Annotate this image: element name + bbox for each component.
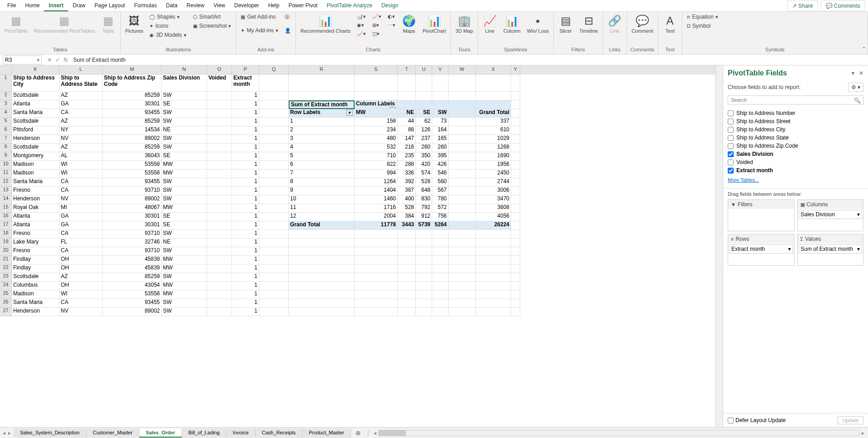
cell[interactable] xyxy=(511,230,520,239)
cell[interactable]: 89002 xyxy=(103,308,162,316)
cell[interactable] xyxy=(259,92,289,100)
cell[interactable]: 126 xyxy=(416,126,432,135)
cell[interactable]: 44 xyxy=(398,118,416,126)
cell[interactable] xyxy=(476,299,511,308)
rows-area[interactable]: ≡ Rows Extract month▾ xyxy=(728,234,794,266)
cell[interactable]: 93710 xyxy=(103,187,162,195)
cell[interactable] xyxy=(449,308,476,316)
cell[interactable]: Columbus xyxy=(12,282,59,290)
cell[interactable]: 610 xyxy=(476,126,511,135)
cell[interactable] xyxy=(511,239,520,247)
cell[interactable]: SW xyxy=(162,92,207,100)
cell[interactable]: CA xyxy=(59,230,103,239)
cell[interactable]: SE xyxy=(162,213,207,221)
cell[interactable]: Findlay xyxy=(12,264,59,273)
cell[interactable] xyxy=(207,135,232,144)
cell[interactable]: SE xyxy=(162,100,207,109)
cell[interactable] xyxy=(289,299,355,308)
cell[interactable] xyxy=(449,118,476,126)
cell[interactable] xyxy=(511,144,520,152)
cell[interactable]: Madison xyxy=(12,161,59,169)
menu-tab-home[interactable]: Home xyxy=(20,0,44,11)
cell[interactable]: 395 xyxy=(432,152,449,161)
task-pane-close-icon[interactable]: ✕ xyxy=(859,70,863,76)
cell[interactable]: GA xyxy=(59,221,103,230)
field-ship-to-address-street[interactable]: Ship to Address Street xyxy=(728,117,863,125)
cell[interactable] xyxy=(449,144,476,152)
cell[interactable] xyxy=(511,169,520,178)
cell[interactable]: 2004 xyxy=(355,213,398,221)
recommended-charts-button[interactable]: 📊Recommended Charts xyxy=(299,13,352,35)
cell[interactable] xyxy=(416,230,432,239)
cell[interactable] xyxy=(207,282,232,290)
column-header-N[interactable]: N xyxy=(162,65,207,75)
cell[interactable]: 93455 xyxy=(103,109,162,118)
cell[interactable]: 1 xyxy=(232,187,259,195)
cell[interactable] xyxy=(449,239,476,247)
cell[interactable]: 2450 xyxy=(476,169,511,178)
cell[interactable]: Atlanta xyxy=(12,100,59,109)
column-header-U[interactable]: U xyxy=(416,65,432,75)
cell[interactable]: Madison xyxy=(12,169,59,178)
cell[interactable]: Ship to Address City xyxy=(12,75,59,92)
cell[interactable]: AL xyxy=(59,152,103,161)
cell[interactable]: Santa Maria xyxy=(12,299,59,308)
row-header-11[interactable]: 11 xyxy=(0,169,12,178)
cell[interactable]: 1268 xyxy=(476,144,511,152)
cell[interactable]: SW xyxy=(162,109,207,118)
cell[interactable]: Findlay xyxy=(12,256,59,264)
cell[interactable] xyxy=(355,273,398,282)
sparkline-winloss-button[interactable]: ▪Win/ Loss xyxy=(525,13,551,35)
cell[interactable] xyxy=(207,100,232,109)
cell[interactable]: 53558 xyxy=(103,290,162,299)
cell[interactable]: CA xyxy=(59,109,103,118)
cell[interactable]: 11 xyxy=(289,204,355,213)
cell[interactable]: Voided xyxy=(207,75,232,92)
cell[interactable] xyxy=(449,230,476,239)
cell[interactable]: SW xyxy=(162,230,207,239)
cell[interactable] xyxy=(207,152,232,161)
cell[interactable]: 26224 xyxy=(476,221,511,230)
row-header-18[interactable]: 18 xyxy=(0,230,12,239)
cell[interactable]: SE xyxy=(162,152,207,161)
cell[interactable]: WI xyxy=(59,161,103,169)
cell[interactable] xyxy=(449,290,476,299)
menu-tab-data[interactable]: Data xyxy=(161,0,182,11)
cell[interactable]: OH xyxy=(59,282,103,290)
cell[interactable]: OH xyxy=(59,256,103,264)
cell[interactable]: 1 xyxy=(232,144,259,152)
cell[interactable] xyxy=(416,308,432,316)
cell[interactable] xyxy=(398,299,416,308)
equation-button[interactable]: π Equation ▾ xyxy=(685,13,720,21)
cell[interactable] xyxy=(511,290,520,299)
more-tables-link[interactable]: More Tables... xyxy=(728,174,863,185)
cell[interactable] xyxy=(207,126,232,135)
shapes-button[interactable]: ◯ Shapes ▾ xyxy=(148,13,188,21)
comment-button[interactable]: 💬Comment xyxy=(630,13,655,35)
cell[interactable]: NE xyxy=(162,126,207,135)
row-header-19[interactable]: 19 xyxy=(0,239,12,247)
cell[interactable] xyxy=(432,290,449,299)
cell[interactable] xyxy=(432,92,449,100)
row-header-20[interactable]: 20 xyxy=(0,247,12,256)
cell[interactable] xyxy=(259,230,289,239)
cell[interactable]: 3 xyxy=(289,135,355,144)
cell[interactable]: 6 xyxy=(289,161,355,169)
cell[interactable]: Henderson xyxy=(12,195,59,204)
cell[interactable]: 30301 xyxy=(103,221,162,230)
cell[interactable] xyxy=(355,247,398,256)
sheet-tab-sales_order[interactable]: Sales_Order xyxy=(139,428,182,438)
cell[interactable]: Grand Total xyxy=(289,221,355,230)
cell[interactable] xyxy=(449,213,476,221)
combo-chart-button[interactable]: ◫▾ xyxy=(370,30,383,38)
cell[interactable] xyxy=(289,282,355,290)
cell[interactable]: 30301 xyxy=(103,100,162,109)
values-area[interactable]: Σ Values Sum of Extract month▾ xyxy=(797,234,864,266)
cell[interactable]: MW xyxy=(162,282,207,290)
cell[interactable]: 30301 xyxy=(103,213,162,221)
cell[interactable]: NE xyxy=(398,109,416,118)
row-header-10[interactable]: 10 xyxy=(0,161,12,169)
cell[interactable] xyxy=(511,195,520,204)
row-header-27[interactable]: 27 xyxy=(0,308,12,316)
cell[interactable] xyxy=(355,308,398,316)
